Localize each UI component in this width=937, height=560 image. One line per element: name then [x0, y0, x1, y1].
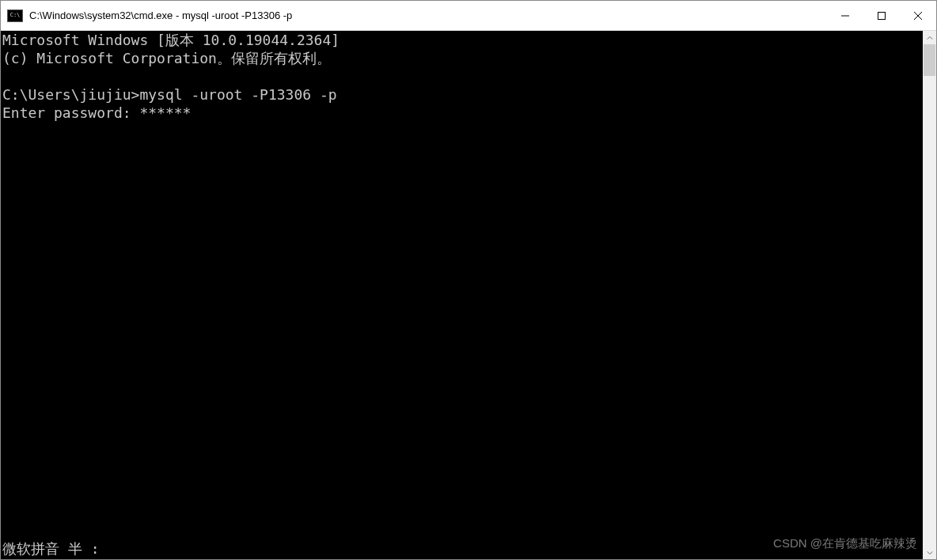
- ime-status-bar: 微软拼音 半 :: [2, 539, 100, 558]
- command-prompt-line: C:\Users\jiujiu>mysql -uroot -P13306 -p: [2, 86, 337, 103]
- titlebar[interactable]: C:\Windows\system32\cmd.exe - mysql -uro…: [1, 1, 936, 31]
- minimize-icon: [841, 12, 849, 20]
- window-title: C:\Windows\system32\cmd.exe - mysql -uro…: [29, 9, 292, 21]
- copyright-line: (c) Microsoft Corporation。保留所有权利。: [2, 50, 331, 66]
- scroll-down-button[interactable]: [923, 546, 936, 559]
- svg-rect-0: [841, 15, 849, 16]
- window-controls: [827, 1, 936, 30]
- minimize-button[interactable]: [827, 1, 863, 30]
- cmd-icon: [7, 9, 23, 22]
- scroll-up-button[interactable]: [923, 31, 936, 44]
- scroll-thumb[interactable]: [924, 44, 935, 76]
- maximize-button[interactable]: [863, 1, 900, 30]
- titlebar-left: C:\Windows\system32\cmd.exe - mysql -uro…: [1, 9, 292, 22]
- cmd-window: C:\Windows\system32\cmd.exe - mysql -uro…: [0, 0, 937, 560]
- close-icon: [914, 12, 922, 20]
- vertical-scrollbar[interactable]: [923, 31, 936, 559]
- password-prompt-line: Enter password: ******: [2, 104, 191, 121]
- maximize-icon: [878, 12, 886, 20]
- svg-rect-1: [878, 12, 886, 19]
- terminal-output[interactable]: Microsoft Windows [版本 10.0.19044.2364] (…: [1, 31, 923, 559]
- close-button[interactable]: [900, 1, 936, 30]
- ime-status-text: 微软拼音 半 :: [2, 540, 100, 557]
- chevron-up-icon: [927, 35, 933, 41]
- chevron-down-icon: [927, 550, 933, 556]
- version-line: Microsoft Windows [版本 10.0.19044.2364]: [2, 32, 340, 48]
- content-area: Microsoft Windows [版本 10.0.19044.2364] (…: [1, 31, 936, 559]
